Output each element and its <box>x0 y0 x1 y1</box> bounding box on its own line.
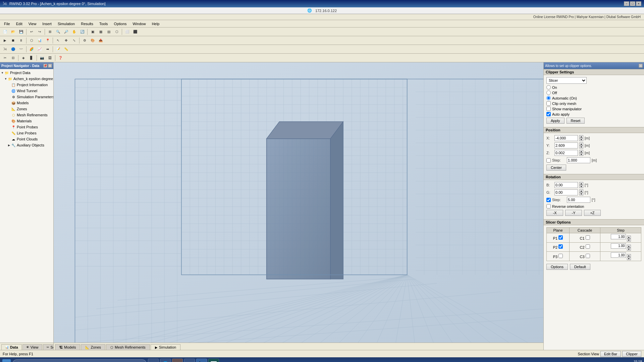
annotation-btn[interactable]: 📝 <box>54 46 62 53</box>
taskbar-search-box[interactable]: 🔍 <box>12 359 147 362</box>
taskbar-rwind-icon[interactable]: 🌬 <box>196 359 207 362</box>
z-spin-up[interactable]: ▲ <box>579 150 583 153</box>
tree-aux-objects[interactable]: ▶ 🔧 Auxiliary Objects <box>0 142 53 148</box>
minimize-button[interactable]: − <box>624 1 629 6</box>
run-btn[interactable]: ▶ <box>1 37 9 44</box>
zoom-all-btn[interactable]: ⊞ <box>46 28 54 36</box>
tab-data[interactable]: 📊 Data <box>1 344 22 350</box>
mesh-btn[interactable]: ⬡ <box>28 37 35 44</box>
b-spin-up[interactable]: ▲ <box>579 182 583 185</box>
select-btn[interactable]: ↖ <box>54 37 62 44</box>
rot-step-input[interactable] <box>567 197 590 203</box>
c1-checkbox[interactable] <box>586 235 590 240</box>
vtab-simulation[interactable]: ▶ Simulation <box>151 344 180 350</box>
menu-options[interactable]: Options <box>111 21 129 26</box>
view-top-btn[interactable]: ▤ <box>105 28 112 36</box>
tree-project-info[interactable]: 📋 Project Information <box>0 82 53 88</box>
p1-checkbox[interactable] <box>558 235 563 240</box>
tree-mesh-ref[interactable]: ⬡ Mesh Refinements <box>0 112 53 118</box>
restore-button[interactable]: □ <box>630 1 635 6</box>
tab-sections[interactable]: ✂ Sections <box>43 344 54 350</box>
contour-btn[interactable]: 📈 <box>36 46 43 53</box>
view-3d-btn[interactable]: ⬡ <box>113 28 120 36</box>
right-panel-close-btn[interactable]: × <box>639 64 643 68</box>
step3-input[interactable] <box>611 252 626 258</box>
slice-btn[interactable]: ⊟ <box>9 54 17 62</box>
reverse-orientation-checkbox[interactable] <box>546 204 551 208</box>
menu-simulation[interactable]: Simulation <box>55 21 77 26</box>
close-button[interactable]: × <box>636 1 641 6</box>
step1-spin-down[interactable]: ▼ <box>627 239 631 242</box>
new-btn[interactable]: 📄 <box>1 28 9 36</box>
tree-point-clouds[interactable]: ☁ Point Clouds <box>0 136 53 142</box>
save-btn[interactable]: 💾 <box>17 28 25 36</box>
streamline-btn[interactable]: 〰 <box>17 46 25 53</box>
help-btn[interactable]: ❓ <box>57 54 64 62</box>
menu-results[interactable]: Results <box>78 21 96 26</box>
settings-btn[interactable]: ⚙ <box>81 37 88 44</box>
zoom-out-btn[interactable]: 🔎 <box>62 28 70 36</box>
b-spin-down[interactable]: ▼ <box>579 185 583 188</box>
menu-insert[interactable]: Insert <box>40 21 54 26</box>
panel-pin-btn[interactable]: 📌 <box>43 64 47 68</box>
show-manipulator-checkbox[interactable] <box>546 107 551 111</box>
g-spin-up[interactable]: ▲ <box>579 189 583 192</box>
tree-sim-params[interactable]: ⚙ Simulation Parameters <box>0 94 53 100</box>
tree-zones[interactable]: 📐 Zones <box>0 106 53 112</box>
open-btn[interactable]: 📂 <box>9 28 17 36</box>
particle-btn[interactable]: 🔵 <box>9 46 17 53</box>
z-input[interactable] <box>554 150 578 156</box>
camera-btn[interactable]: 📷 <box>38 54 46 62</box>
tree-models[interactable]: 📦 Models <box>0 100 53 106</box>
c2-checkbox[interactable] <box>586 244 590 249</box>
step2-spin-down[interactable]: ▼ <box>627 248 631 251</box>
pan-btn[interactable]: ✋ <box>70 28 78 36</box>
pause-btn[interactable]: ⏸ <box>17 37 25 44</box>
move-btn[interactable]: ✥ <box>62 37 70 44</box>
step1-spin-up[interactable]: ▲ <box>627 236 631 239</box>
g-input[interactable] <box>554 189 578 195</box>
scale-btn[interactable]: ⤡ <box>70 37 78 44</box>
rot-step-checkbox[interactable] <box>546 198 551 202</box>
clipper-button[interactable]: Clipper <box>622 351 641 357</box>
radio-auto[interactable] <box>546 96 551 100</box>
undo-btn[interactable]: ↩ <box>28 28 35 36</box>
view-front-btn[interactable]: ▣ <box>89 28 96 36</box>
solid-btn[interactable]: ⬛ <box>131 28 139 36</box>
wind-btn[interactable]: 🌬 <box>1 46 9 53</box>
z-spin-down[interactable]: ▼ <box>579 153 583 156</box>
iso-btn[interactable]: ◈ <box>20 54 27 62</box>
screenshot-btn[interactable]: 🖼 <box>46 54 54 62</box>
step2-spin-up[interactable]: ▲ <box>627 245 631 248</box>
tree-materials[interactable]: 🎨 Materials <box>0 118 53 124</box>
viewport-main[interactable] <box>54 62 543 343</box>
tree-wind-tunnel[interactable]: 🌀 Wind Tunnel <box>0 88 53 94</box>
vtab-zones[interactable]: 📐 Zones <box>81 344 105 350</box>
step-input[interactable] <box>567 157 590 163</box>
tree-point-probes[interactable]: 📍 Point Probes <box>0 124 53 130</box>
x-spin-up[interactable]: ▲ <box>579 135 583 138</box>
p2-checkbox[interactable] <box>558 244 563 249</box>
start-button[interactable]: ⊞ <box>2 359 11 362</box>
step3-spin-up[interactable]: ▲ <box>627 254 631 257</box>
p3-checkbox[interactable] <box>558 254 563 258</box>
zoom-in-btn[interactable]: 🔍 <box>54 28 62 36</box>
y-input[interactable] <box>554 142 578 148</box>
clip-btn[interactable]: ✂ <box>1 54 9 62</box>
probe-btn[interactable]: 📍 <box>44 37 51 44</box>
neg-y-button[interactable]: -Y <box>565 210 582 216</box>
auto-apply-checkbox[interactable] <box>546 112 551 116</box>
vector-btn[interactable]: ➡ <box>44 46 51 53</box>
measure-btn[interactable]: 📏 <box>62 46 70 53</box>
rotate-btn[interactable]: 🔄 <box>78 28 86 36</box>
clip-only-mesh-checkbox[interactable] <box>546 101 551 106</box>
taskbar-mail-icon[interactable]: 📧 <box>184 359 195 362</box>
taskbar-browser-icon[interactable]: 🌐 <box>160 359 171 362</box>
radio-off[interactable] <box>546 90 551 95</box>
vtab-mesh-ref[interactable]: ⬡ Mesh Refinements <box>106 344 150 350</box>
step-checkbox[interactable] <box>546 158 551 163</box>
menu-file[interactable]: File <box>1 21 13 26</box>
result-btn[interactable]: 📊 <box>36 37 43 44</box>
y-spin-down[interactable]: ▼ <box>579 145 583 148</box>
taskbar-excel-icon[interactable]: 📊 <box>208 359 219 362</box>
